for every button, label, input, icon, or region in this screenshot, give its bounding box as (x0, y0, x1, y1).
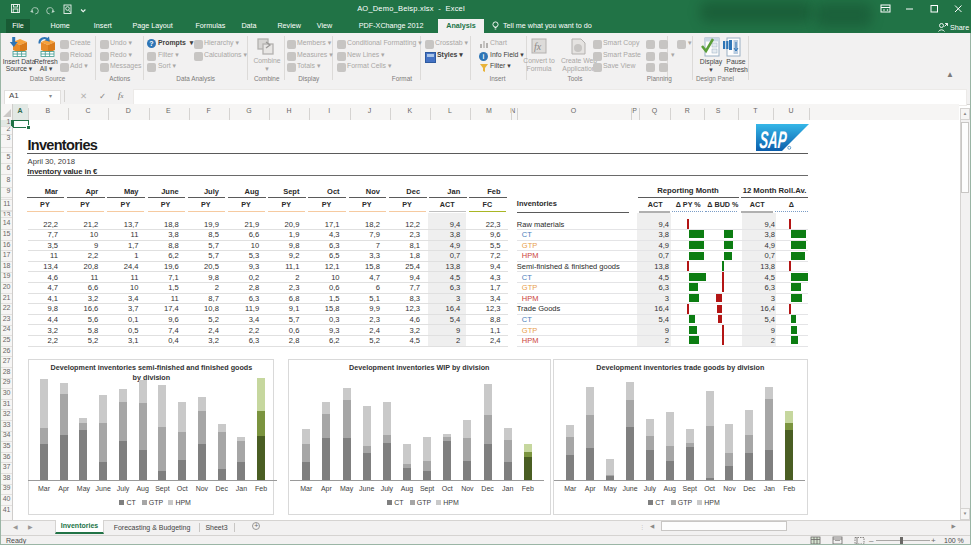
svg-text:SAP: SAP (758, 126, 787, 152)
svg-text:fx: fx (534, 41, 542, 52)
